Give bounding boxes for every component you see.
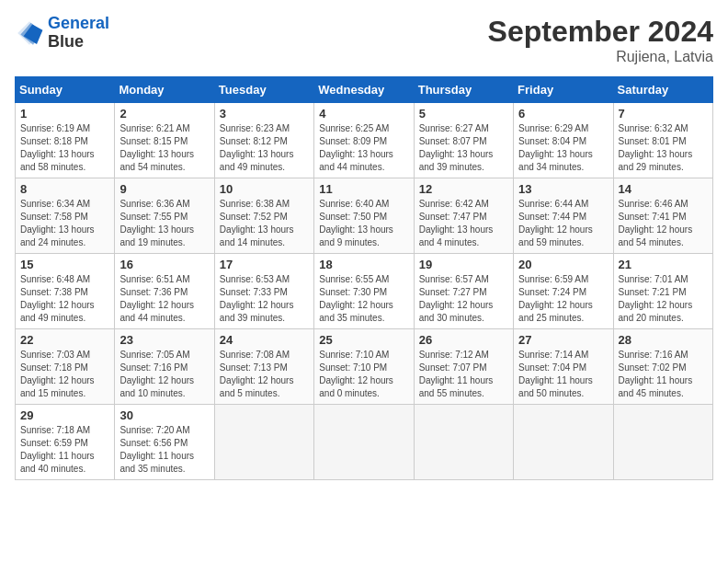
day-info: Sunrise: 6:27 AM Sunset: 8:07 PM Dayligh… xyxy=(419,122,508,174)
col-mon: Monday xyxy=(115,77,214,103)
calendar-cell xyxy=(514,405,613,480)
day-number: 11 xyxy=(319,182,408,196)
calendar-cell: 24 Sunrise: 7:08 AM Sunset: 7:13 PM Dayl… xyxy=(214,329,313,405)
day-number: 7 xyxy=(619,107,708,121)
day-info: Sunrise: 6:25 AM Sunset: 8:09 PM Dayligh… xyxy=(319,122,408,174)
day-info: Sunrise: 6:38 AM Sunset: 7:52 PM Dayligh… xyxy=(220,198,309,249)
calendar-cell: 21 Sunrise: 7:01 AM Sunset: 7:21 PM Dayl… xyxy=(613,254,712,329)
day-number: 16 xyxy=(119,258,209,271)
calendar-cell: 8 Sunrise: 6:34 AM Sunset: 7:58 PM Dayli… xyxy=(16,178,115,254)
calendar-cell: 6 Sunrise: 6:29 AM Sunset: 8:04 PM Dayli… xyxy=(514,103,613,178)
day-number: 22 xyxy=(20,333,109,347)
day-info: Sunrise: 7:08 AM Sunset: 7:13 PM Dayligh… xyxy=(220,349,309,400)
day-info: Sunrise: 7:10 AM Sunset: 7:10 PM Dayligh… xyxy=(319,349,408,400)
day-number: 25 xyxy=(319,333,408,347)
day-info: Sunrise: 7:03 AM Sunset: 7:18 PM Dayligh… xyxy=(20,349,109,400)
day-info: Sunrise: 6:46 AM Sunset: 7:41 PM Dayligh… xyxy=(619,198,708,249)
day-info: Sunrise: 7:18 AM Sunset: 6:59 PM Dayligh… xyxy=(20,424,109,476)
calendar-cell: 30 Sunrise: 7:20 AM Sunset: 6:56 PM Dayl… xyxy=(115,405,214,480)
day-number: 3 xyxy=(220,107,309,121)
col-fri: Friday xyxy=(514,77,613,103)
calendar-cell: 9 Sunrise: 6:36 AM Sunset: 7:55 PM Dayli… xyxy=(115,178,214,254)
week-row-4: 22 Sunrise: 7:03 AM Sunset: 7:18 PM Dayl… xyxy=(16,329,713,405)
logo: General Blue xyxy=(15,15,109,52)
week-row-1: 1 Sunrise: 6:19 AM Sunset: 8:18 PM Dayli… xyxy=(16,103,713,178)
calendar-cell: 14 Sunrise: 6:46 AM Sunset: 7:41 PM Dayl… xyxy=(613,178,712,254)
calendar-cell: 27 Sunrise: 7:14 AM Sunset: 7:04 PM Dayl… xyxy=(514,329,613,405)
calendar-cell xyxy=(613,405,712,480)
day-number: 27 xyxy=(518,333,608,347)
title-block: September 2024 Rujiena, Latvia xyxy=(488,15,713,65)
calendar-page: General Blue September 2024 Rujiena, Lat… xyxy=(0,0,728,563)
day-number: 1 xyxy=(20,107,109,121)
calendar-cell: 4 Sunrise: 6:25 AM Sunset: 8:09 PM Dayli… xyxy=(314,103,414,178)
col-sun: Sunday xyxy=(16,77,115,103)
day-number: 24 xyxy=(220,333,309,347)
calendar-cell: 20 Sunrise: 6:59 AM Sunset: 7:24 PM Dayl… xyxy=(514,254,613,329)
day-number: 18 xyxy=(319,258,408,271)
calendar-cell: 7 Sunrise: 6:32 AM Sunset: 8:01 PM Dayli… xyxy=(613,103,712,178)
day-info: Sunrise: 7:14 AM Sunset: 7:04 PM Dayligh… xyxy=(518,349,608,400)
calendar-cell: 11 Sunrise: 6:40 AM Sunset: 7:50 PM Dayl… xyxy=(314,178,414,254)
day-info: Sunrise: 6:51 AM Sunset: 7:36 PM Dayligh… xyxy=(119,273,209,325)
col-wed: Wednesday xyxy=(314,77,414,103)
calendar-cell: 28 Sunrise: 7:16 AM Sunset: 7:02 PM Dayl… xyxy=(613,329,712,405)
day-info: Sunrise: 6:55 AM Sunset: 7:30 PM Dayligh… xyxy=(319,273,408,325)
day-number: 6 xyxy=(518,107,608,121)
calendar-cell: 29 Sunrise: 7:18 AM Sunset: 6:59 PM Dayl… xyxy=(16,405,115,480)
calendar-cell xyxy=(414,405,513,480)
day-number: 26 xyxy=(419,333,508,347)
calendar-cell: 18 Sunrise: 6:55 AM Sunset: 7:30 PM Dayl… xyxy=(314,254,414,329)
day-number: 19 xyxy=(419,258,508,271)
calendar-subtitle: Rujiena, Latvia xyxy=(488,49,713,65)
calendar-cell: 22 Sunrise: 7:03 AM Sunset: 7:18 PM Dayl… xyxy=(16,329,115,405)
calendar-cell: 25 Sunrise: 7:10 AM Sunset: 7:10 PM Dayl… xyxy=(314,329,414,405)
week-row-5: 29 Sunrise: 7:18 AM Sunset: 6:59 PM Dayl… xyxy=(16,405,713,480)
calendar-cell xyxy=(314,405,414,480)
calendar-cell: 10 Sunrise: 6:38 AM Sunset: 7:52 PM Dayl… xyxy=(214,178,313,254)
calendar-cell: 26 Sunrise: 7:12 AM Sunset: 7:07 PM Dayl… xyxy=(414,329,513,405)
day-info: Sunrise: 6:32 AM Sunset: 8:01 PM Dayligh… xyxy=(619,122,708,174)
col-tue: Tuesday xyxy=(214,77,313,103)
calendar-body: 1 Sunrise: 6:19 AM Sunset: 8:18 PM Dayli… xyxy=(16,103,713,480)
day-number: 12 xyxy=(419,182,508,196)
calendar-cell: 19 Sunrise: 6:57 AM Sunset: 7:27 PM Dayl… xyxy=(414,254,513,329)
calendar-cell: 5 Sunrise: 6:27 AM Sunset: 8:07 PM Dayli… xyxy=(414,103,513,178)
day-info: Sunrise: 6:48 AM Sunset: 7:38 PM Dayligh… xyxy=(20,273,109,325)
day-number: 29 xyxy=(20,408,109,422)
calendar-cell: 12 Sunrise: 6:42 AM Sunset: 7:47 PM Dayl… xyxy=(414,178,513,254)
day-info: Sunrise: 7:05 AM Sunset: 7:16 PM Dayligh… xyxy=(119,349,209,400)
calendar-cell: 16 Sunrise: 6:51 AM Sunset: 7:36 PM Dayl… xyxy=(115,254,214,329)
calendar-cell: 3 Sunrise: 6:23 AM Sunset: 8:12 PM Dayli… xyxy=(214,103,313,178)
calendar-table: Sunday Monday Tuesday Wednesday Thursday… xyxy=(15,76,713,480)
day-number: 9 xyxy=(119,182,209,196)
week-row-3: 15 Sunrise: 6:48 AM Sunset: 7:38 PM Dayl… xyxy=(16,254,713,329)
day-number: 21 xyxy=(619,258,708,271)
day-number: 2 xyxy=(119,107,209,121)
day-number: 10 xyxy=(220,182,309,196)
logo-text: General Blue xyxy=(48,15,109,52)
col-thu: Thursday xyxy=(414,77,513,103)
week-row-2: 8 Sunrise: 6:34 AM Sunset: 7:58 PM Dayli… xyxy=(16,178,713,254)
calendar-cell xyxy=(214,405,313,480)
day-number: 30 xyxy=(119,408,209,422)
day-number: 28 xyxy=(619,333,708,347)
header: General Blue September 2024 Rujiena, Lat… xyxy=(15,15,713,65)
day-info: Sunrise: 6:42 AM Sunset: 7:47 PM Dayligh… xyxy=(419,198,508,249)
day-info: Sunrise: 6:21 AM Sunset: 8:15 PM Dayligh… xyxy=(119,122,209,174)
day-info: Sunrise: 7:20 AM Sunset: 6:56 PM Dayligh… xyxy=(119,424,209,476)
day-number: 5 xyxy=(419,107,508,121)
day-number: 8 xyxy=(20,182,109,196)
day-info: Sunrise: 7:12 AM Sunset: 7:07 PM Dayligh… xyxy=(419,349,508,400)
day-info: Sunrise: 6:19 AM Sunset: 8:18 PM Dayligh… xyxy=(20,122,109,174)
calendar-cell: 1 Sunrise: 6:19 AM Sunset: 8:18 PM Dayli… xyxy=(16,103,115,178)
day-info: Sunrise: 6:23 AM Sunset: 8:12 PM Dayligh… xyxy=(220,122,309,174)
day-number: 23 xyxy=(119,333,209,347)
day-info: Sunrise: 6:36 AM Sunset: 7:55 PM Dayligh… xyxy=(119,198,209,249)
day-info: Sunrise: 6:44 AM Sunset: 7:44 PM Dayligh… xyxy=(518,198,608,249)
day-info: Sunrise: 7:16 AM Sunset: 7:02 PM Dayligh… xyxy=(619,349,708,400)
day-info: Sunrise: 6:29 AM Sunset: 8:04 PM Dayligh… xyxy=(518,122,608,174)
day-info: Sunrise: 7:01 AM Sunset: 7:21 PM Dayligh… xyxy=(619,273,708,325)
day-number: 15 xyxy=(20,258,109,271)
day-info: Sunrise: 6:40 AM Sunset: 7:50 PM Dayligh… xyxy=(319,198,408,249)
